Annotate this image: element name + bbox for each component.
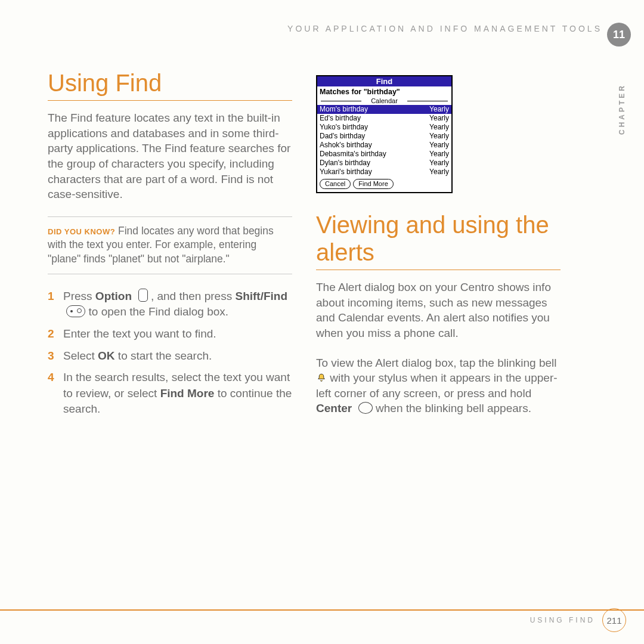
- shift-find-key-icon: [66, 305, 85, 317]
- find-dialog-title: Find: [317, 76, 451, 86]
- find-result-row[interactable]: Mom's birthdayYearly: [317, 105, 451, 114]
- footer-section-label: USING FIND: [530, 616, 595, 624]
- find-matches-label: Matches for "birthday": [317, 86, 451, 96]
- find-result-row[interactable]: Debasmita's birthdayYearly: [317, 150, 451, 159]
- alerts-paragraph-2: To view the Alert dialog box, tap the bl…: [316, 355, 561, 417]
- step-3: Select OK to start the search.: [48, 348, 292, 364]
- center-button-icon: [358, 402, 373, 414]
- chapter-side-label: CHAPTER: [618, 83, 626, 135]
- find-intro-paragraph: The Find feature locates any text in the…: [48, 110, 292, 202]
- section-heading-using-find: Using Find: [48, 69, 292, 101]
- find-result-row[interactable]: Ed's birthdayYearly: [317, 114, 451, 123]
- find-result-row[interactable]: Yukari's birthdayYearly: [317, 168, 451, 177]
- step-4: In the search results, select the text y…: [48, 370, 292, 417]
- bell-icon: [316, 373, 327, 383]
- running-header: YOUR APPLICATION AND INFO MANAGEMENT TOO…: [48, 24, 602, 33]
- did-you-know-label: DID YOU KNOW?: [48, 227, 115, 236]
- step-1: Press Option , and then press Shift/Find…: [48, 289, 292, 320]
- find-more-button[interactable]: Find More: [353, 179, 394, 189]
- find-result-row[interactable]: Dylan's birthdayYearly: [317, 159, 451, 168]
- step-2: Enter the text you want to find.: [48, 326, 292, 342]
- find-result-row[interactable]: Ashok's birthdayYearly: [317, 141, 451, 150]
- chapter-number-badge: 11: [607, 23, 631, 47]
- find-cancel-button[interactable]: Cancel: [320, 179, 351, 189]
- section-heading-alerts: Viewing and using the alerts: [316, 211, 561, 270]
- find-group-divider: Calendar: [321, 97, 448, 104]
- alerts-paragraph-1: The Alert dialog box on your Centro show…: [316, 280, 561, 341]
- find-dialog-screenshot: Find Matches for "birthday" Calendar Mom…: [316, 75, 453, 193]
- page-number: 211: [602, 608, 626, 632]
- find-result-row[interactable]: Yuko's birthdayYearly: [317, 123, 451, 132]
- did-you-know-box: DID YOU KNOW? Find locates any word that…: [48, 216, 292, 274]
- find-result-row[interactable]: Dad's birthdayYearly: [317, 132, 451, 141]
- option-key-icon: [138, 289, 148, 302]
